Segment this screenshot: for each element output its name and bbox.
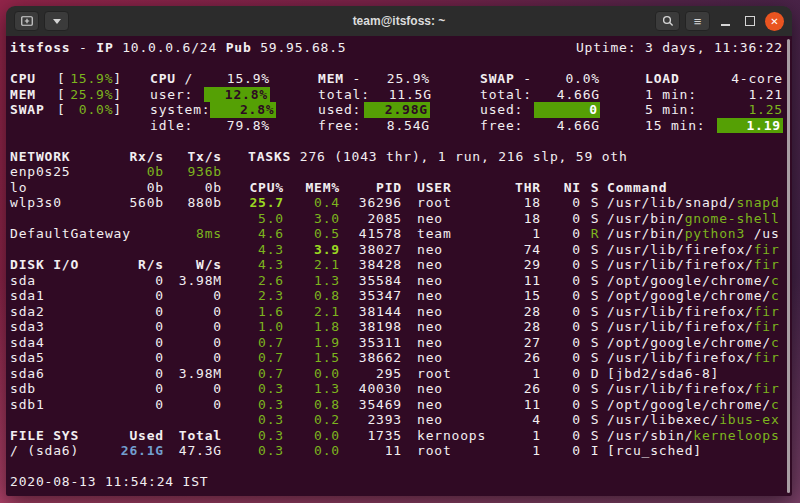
stat-title-row: LOAD4-core	[645, 71, 783, 87]
quicklook-value: 0.0%	[66, 102, 114, 118]
process-nice: 0	[541, 211, 581, 227]
process-header-user: USER	[417, 180, 497, 196]
maximize-button[interactable]	[740, 11, 760, 31]
command-name: gnome-shell	[685, 211, 780, 226]
command-path: /usr/lib/firefox/	[607, 381, 754, 396]
stat-row: system:2.8%	[150, 102, 270, 118]
stat-total: 15.9%	[208, 71, 270, 87]
network-value-1: 560b	[100, 195, 164, 211]
process-row: 2.61.335584neo110S/opt/google/chrome/c	[248, 273, 788, 289]
new-tab-icon	[21, 16, 33, 26]
command-name: c	[771, 273, 780, 288]
process-status: S	[589, 211, 601, 227]
host-info: itsfoss - IP 10.0.0.6/24 Pub 59.95.68.5	[10, 40, 347, 56]
disk-name: sda4	[10, 335, 100, 351]
process-nice: 0	[541, 366, 581, 382]
process-threads: 1	[497, 226, 541, 242]
stat-title: MEM -	[318, 71, 368, 87]
command-path: /opt/google/chrome/	[607, 273, 771, 288]
stat-row: used:0	[480, 102, 600, 118]
command-name: c	[771, 288, 780, 303]
process-row: 0.30.01735kernoops10S/usr/sbin/kerneloop…	[248, 428, 788, 444]
new-tab-button[interactable]	[14, 11, 39, 31]
close-button[interactable]: ✕	[765, 12, 784, 31]
disk-title: DISK I/O	[10, 257, 100, 273]
search-button[interactable]	[655, 11, 680, 31]
stat-value: 12.8%	[204, 87, 270, 103]
disk-name: sda1	[10, 288, 100, 304]
host-info-segment: Pub	[226, 40, 252, 55]
quicklook-row: MEM[25.9%]	[10, 87, 122, 103]
terminal-window: team@itsfoss: ~ ≡ ✕	[6, 6, 792, 496]
filesystem-panel: FILE SYSUsedTotal/ (sda6)26.1G47.3G	[10, 428, 222, 459]
bracket: ]	[113, 87, 122, 103]
process-pid: 295	[348, 366, 402, 382]
quicklook-row: CPU[15.9%]	[10, 71, 122, 87]
minimize-icon	[721, 24, 730, 26]
process-status: S	[589, 350, 601, 366]
process-nice: 0	[541, 443, 581, 459]
process-status: I	[589, 443, 601, 459]
gateway-label: DefaultGateway	[10, 226, 131, 242]
process-status: S	[589, 412, 601, 428]
stat-label: used:	[318, 102, 364, 118]
network-value-2: 0b	[164, 180, 222, 196]
default-gateway-row: DefaultGateway8ms	[10, 226, 222, 242]
stat-column-load: LOAD4-core1 min:1.215 min:1.2515 min:1.1…	[645, 71, 783, 133]
disk-row: sdb100	[10, 397, 222, 413]
stat-value: 11.5G	[370, 87, 432, 103]
process-user: neo	[417, 304, 497, 320]
process-status: S	[589, 195, 601, 211]
disk-value-1: 0	[100, 273, 164, 289]
process-status: S	[589, 381, 601, 397]
disk-header: DISK I/OR/sW/s	[10, 257, 222, 273]
process-status: S	[589, 397, 601, 413]
disk-name: sda	[10, 273, 100, 289]
process-nice: 0	[541, 242, 581, 258]
stat-value: 4.66G	[538, 87, 600, 103]
process-row: 4.60.541578team10R/usr/bin/python3 /us	[248, 226, 788, 242]
process-mem: 0.0	[296, 443, 340, 459]
network-name: wlp3s0	[10, 195, 100, 211]
process-cpu: 0.3	[248, 412, 284, 428]
filesys-value-1: 26.1G	[100, 443, 164, 459]
stat-row: free:8.54G	[318, 118, 430, 134]
process-user: neo	[417, 319, 497, 335]
process-pid: 35469	[348, 397, 402, 413]
process-row: 0.71.538662neo260S/usr/lib/firefox/fir	[248, 350, 788, 366]
stat-value: 79.8%	[208, 118, 270, 134]
process-user: neo	[417, 412, 497, 428]
process-user: team	[417, 226, 497, 242]
disk-name: sda5	[10, 350, 100, 366]
minimize-button[interactable]	[715, 11, 735, 31]
process-threads: 1	[497, 428, 541, 444]
process-header-row: CPU%MEM%PIDUSERTHRNISCommand	[248, 180, 788, 196]
process-nice: 0	[541, 195, 581, 211]
process-user: root	[417, 443, 497, 459]
disk-value-2: 3.98M	[164, 366, 222, 382]
process-status: S	[589, 273, 601, 289]
network-panel: NETWORKRx/sTx/senp0s250b936blo0b0bwlp3s0…	[10, 149, 222, 242]
stat-row: 5 min:1.25	[645, 102, 783, 118]
process-cpu: 0.3	[248, 443, 284, 459]
process-command: /usr/libexec/ibus-ex	[607, 412, 788, 428]
menu-button[interactable]: ≡	[685, 11, 710, 31]
process-pid: 38662	[348, 350, 402, 366]
terminal-body[interactable]: itsfoss - IP 10.0.0.6/24 Pub 59.95.68.5 …	[6, 36, 792, 496]
process-header-mem: MEM%	[296, 180, 340, 196]
terminal-scrollbar[interactable]	[787, 39, 790, 493]
tab-dropdown-button[interactable]	[44, 11, 69, 31]
quicklook-label: CPU	[10, 71, 57, 87]
titlebar-left-controls	[14, 11, 69, 31]
process-mem: 1.8	[296, 319, 340, 335]
process-command: /opt/google/chrome/c	[607, 288, 788, 304]
process-user: neo	[417, 288, 497, 304]
stat-label: 1 min:	[645, 87, 721, 103]
filesys-col1: Used	[100, 428, 164, 444]
stat-label: idle:	[150, 118, 208, 134]
stat-row: total:4.66G	[480, 87, 600, 103]
process-header-pid: PID	[348, 180, 402, 196]
process-threads: 29	[497, 257, 541, 273]
process-mem: 0.8	[296, 288, 340, 304]
host-info-segment: 59.95.68.5	[252, 40, 347, 55]
